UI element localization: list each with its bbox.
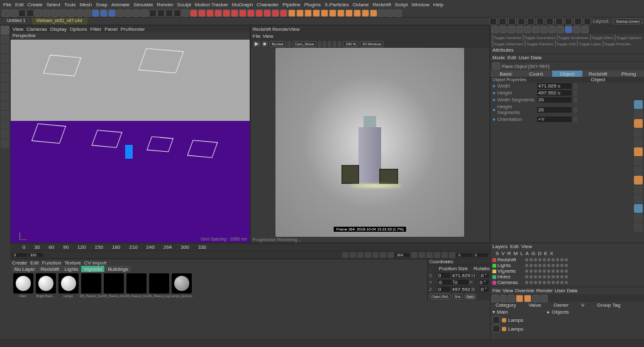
menu-render[interactable]: Render [157, 2, 173, 8]
tool-mode-icon[interactable] [1, 139, 9, 148]
red-tool-icon[interactable] [280, 9, 287, 17]
orange-tool-icon[interactable] [296, 9, 304, 17]
fit-select[interactable]: Fit Window [360, 41, 384, 47]
render-btn[interactable] [328, 41, 331, 47]
obj-icon[interactable] [536, 18, 544, 25]
red-tool-icon[interactable] [214, 9, 222, 17]
key-icon[interactable] [434, 252, 440, 258]
obj-icon[interactable] [499, 26, 507, 33]
layer-item[interactable]: Vignette [491, 268, 644, 274]
take-icon[interactable] [491, 295, 499, 302]
menu-help[interactable]: Help [433, 2, 443, 8]
camera-select[interactable]: Cam_Move [292, 41, 317, 47]
coord-scale-select[interactable]: Object (Rel) [429, 293, 451, 300]
tool-icon[interactable] [149, 9, 157, 17]
point-mode-icon[interactable] [1, 54, 9, 63]
red-tool-icon[interactable] [231, 9, 238, 17]
red-tool-icon[interactable] [264, 9, 271, 17]
orange-tool-icon[interactable] [370, 9, 377, 17]
tool-icon[interactable] [116, 9, 124, 17]
orange-tool-icon[interactable] [353, 9, 361, 17]
scene-object[interactable] [125, 145, 133, 159]
orange-tool-icon[interactable] [321, 9, 328, 17]
attr-tabs[interactable]: BasicCoord.ObjectRedshift ObjectPhong [491, 71, 644, 77]
menu-simulate[interactable]: Simulate [133, 2, 153, 8]
menu-pipeline[interactable]: Pipeline [282, 2, 300, 8]
menu-animate[interactable]: Animate [111, 2, 130, 8]
render-menu[interactable]: FileView [251, 33, 490, 40]
render-mode-select[interactable]: Bucket [269, 41, 286, 47]
render-btn[interactable] [318, 41, 321, 47]
obj-icon[interactable] [491, 26, 499, 33]
material-swatch[interactable]: RS_Peanut_Dark [80, 273, 102, 298]
layer-item[interactable]: Lights [491, 263, 644, 268]
tool-icon[interactable] [59, 9, 67, 17]
viewport-menu[interactable]: ViewCamerasDisplayOptionsFilterPanelProR… [11, 26, 250, 33]
menu-octane[interactable]: Octane [353, 2, 369, 8]
main-toolbar[interactable] [0, 9, 644, 18]
red-tool-icon[interactable] [198, 9, 206, 17]
coord-size-select[interactable]: Size [452, 293, 464, 300]
model-mode-icon[interactable] [1, 26, 9, 35]
tool-icon[interactable] [35, 9, 42, 17]
tool-icon[interactable] [182, 9, 189, 17]
take-icon[interactable] [508, 295, 515, 302]
render-settings-icon[interactable] [100, 9, 108, 17]
orange-tool-icon[interactable] [362, 9, 369, 17]
take-icon[interactable] [499, 295, 507, 302]
render-play-icon[interactable]: ▶ [253, 41, 260, 47]
take-item[interactable]: Lamps [491, 324, 644, 333]
tool-icon[interactable] [75, 9, 83, 17]
redo-icon[interactable] [10, 9, 18, 17]
render-btn[interactable] [287, 41, 291, 47]
prev-frame-icon[interactable] [357, 252, 364, 258]
tool-icon[interactable] [43, 9, 50, 17]
layout-select[interactable]: Startup (User) [613, 18, 642, 25]
frame-from2[interactable]: 0 [457, 253, 472, 257]
obj-icon[interactable] [574, 18, 582, 25]
key-icon[interactable] [426, 252, 433, 258]
material-layer-tabs[interactable]: No LayerRedshiftLightsVignetteBuildings [10, 266, 427, 272]
tool-icon[interactable] [394, 9, 402, 17]
render-stop-icon[interactable]: ■ [262, 41, 269, 47]
layer-item[interactable]: Cameras [491, 280, 644, 285]
red-tool-icon[interactable] [190, 9, 197, 17]
menu-sculpt[interactable]: Sculpt [177, 2, 191, 8]
undo-icon[interactable] [2, 9, 9, 17]
material-swatch[interactable]: RS_Peanut_Dark2 [125, 273, 147, 298]
obj-icon[interactable] [524, 26, 531, 33]
red-tool-icon[interactable] [223, 9, 230, 17]
current-frame[interactable]: 264 [395, 253, 410, 257]
red-tool-icon[interactable] [272, 9, 279, 17]
goto-start-icon[interactable] [342, 252, 348, 258]
frame-dur[interactable]: 0 [473, 253, 488, 257]
obj-icon[interactable] [508, 18, 516, 25]
material-list[interactable]: MainBright Build...LampsRS_Peanut_DarkRS… [10, 272, 427, 299]
tool-icon[interactable] [84, 9, 91, 17]
side-icon[interactable] [634, 223, 643, 232]
obj-icon[interactable] [565, 18, 572, 25]
obj-icon[interactable] [573, 26, 580, 33]
tool-mode-icon[interactable] [1, 82, 9, 91]
menu-file[interactable]: File [3, 2, 11, 8]
side-icon[interactable] [634, 176, 643, 185]
orange-tool-icon[interactable] [329, 9, 336, 17]
render-btn[interactable] [323, 41, 326, 47]
obj-icon[interactable] [555, 18, 563, 25]
edge-mode-icon[interactable] [1, 64, 9, 72]
render-controls[interactable]: ▶ ■ Bucket Cam_Move 100 % Fit Window [251, 40, 490, 48]
material-menu[interactable]: CreateEditFunctionTextureCV import [10, 259, 427, 266]
orange-tool-icon[interactable] [313, 9, 320, 17]
next-key-icon[interactable] [380, 252, 386, 258]
take-main[interactable]: ▾Main ▸Objects [491, 309, 644, 316]
take-icon[interactable] [524, 295, 531, 302]
material-swatch[interactable]: Lamps [57, 273, 79, 298]
side-icon[interactable] [634, 119, 643, 128]
autokey-icon[interactable] [419, 252, 425, 258]
orange-tool-icon[interactable] [345, 9, 353, 17]
next-frame-icon[interactable] [372, 252, 379, 258]
viewport-perspective[interactable]: ViewCamerasDisplayOptionsFilterPanelProR… [10, 25, 250, 243]
goto-end-icon[interactable] [387, 252, 394, 258]
side-icon[interactable] [634, 213, 643, 222]
obj-icon[interactable] [546, 18, 553, 25]
